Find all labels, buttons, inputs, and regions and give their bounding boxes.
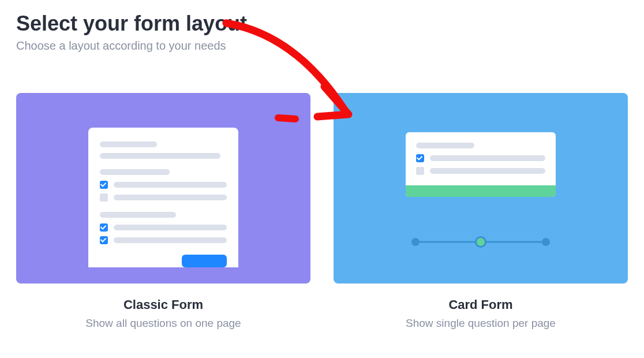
option-classic-title: Classic Form xyxy=(123,297,203,312)
classic-form-preview xyxy=(16,93,310,284)
option-card-form[interactable]: Card Form Show single question per page xyxy=(334,93,628,330)
classic-form-page-icon xyxy=(88,128,238,267)
page-subtitle: Choose a layout according to your needs xyxy=(16,39,628,53)
option-card-title: Card Form xyxy=(448,297,512,312)
layout-options-row: Classic Form Show all questions on one p… xyxy=(16,93,628,330)
option-classic-form[interactable]: Classic Form Show all questions on one p… xyxy=(16,93,310,330)
option-card-description: Show single question per page xyxy=(406,317,556,330)
card-form-preview xyxy=(334,93,628,284)
card-form-stepper-icon xyxy=(411,236,550,248)
page-title: Select your form layout xyxy=(16,12,628,36)
option-classic-description: Show all questions on one page xyxy=(85,317,241,330)
card-form-card-icon xyxy=(406,132,556,197)
